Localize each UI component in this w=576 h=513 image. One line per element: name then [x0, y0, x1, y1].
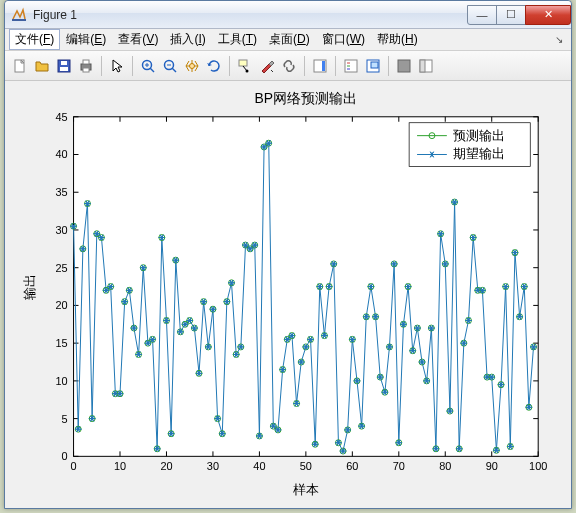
toolbar-separator	[335, 56, 336, 76]
toolbar-separator	[101, 56, 102, 76]
svg-rect-26	[371, 62, 378, 68]
legend-icon[interactable]	[340, 55, 362, 77]
x-axis-label: 样本	[293, 482, 319, 497]
svg-text:25: 25	[55, 262, 67, 274]
svg-text:100: 100	[529, 460, 547, 472]
rotate-icon[interactable]	[203, 55, 225, 77]
svg-text:90: 90	[486, 460, 498, 472]
save-icon[interactable]	[53, 55, 75, 77]
toolbar-separator	[229, 56, 230, 76]
svg-rect-27	[398, 60, 410, 72]
menu-v[interactable]: 查看(V)	[112, 29, 164, 50]
datatip-icon[interactable]	[234, 55, 256, 77]
menubar: 文件(F)编辑(E)查看(V)插入(I)工具(T)桌面(D)窗口(W)帮助(H)…	[5, 29, 571, 51]
svg-text:5: 5	[62, 413, 68, 425]
svg-text:20: 20	[160, 460, 172, 472]
svg-text:80: 80	[439, 460, 451, 472]
matlab-icon	[11, 7, 27, 23]
svg-text:20: 20	[55, 299, 67, 311]
svg-point-15	[190, 63, 195, 68]
titlebar[interactable]: Figure 1 — ☐ ✕	[5, 1, 571, 29]
svg-text:30: 30	[207, 460, 219, 472]
svg-text:45: 45	[55, 111, 67, 123]
menu-f[interactable]: 文件(F)	[9, 29, 60, 50]
colorbar-icon[interactable]	[309, 55, 331, 77]
svg-rect-4	[61, 61, 67, 65]
svg-rect-6	[83, 60, 89, 64]
svg-text:30: 30	[55, 224, 67, 236]
pan-icon[interactable]	[181, 55, 203, 77]
legend-label-0: 预测输出	[453, 128, 505, 143]
svg-line-13	[172, 68, 176, 72]
svg-rect-21	[345, 60, 357, 72]
svg-point-18	[246, 69, 249, 72]
menu-w[interactable]: 窗口(W)	[316, 29, 371, 50]
plot-area[interactable]: 0102030405060708090100051015202530354045…	[11, 87, 565, 502]
menu-i[interactable]: 插入(I)	[164, 29, 211, 50]
svg-text:60: 60	[346, 460, 358, 472]
svg-text:35: 35	[55, 186, 67, 198]
svg-rect-20	[322, 61, 325, 71]
toolbar-separator	[132, 56, 133, 76]
hide-icon[interactable]	[393, 55, 415, 77]
svg-line-9	[150, 68, 154, 72]
svg-text:40: 40	[253, 460, 265, 472]
toolbar-separator	[388, 56, 389, 76]
svg-rect-16	[239, 60, 247, 66]
svg-rect-7	[83, 68, 89, 72]
menu-e[interactable]: 编辑(E)	[60, 29, 112, 50]
svg-text:0: 0	[71, 460, 77, 472]
y-axis-label: 输出	[22, 274, 37, 300]
svg-rect-3	[60, 67, 68, 71]
figure-window: Figure 1 — ☐ ✕ 文件(F)编辑(E)查看(V)插入(I)工具(T)…	[4, 0, 572, 509]
axes-box	[74, 117, 539, 457]
show-icon[interactable]	[415, 55, 437, 77]
close-button[interactable]: ✕	[525, 5, 571, 25]
open-icon[interactable]	[31, 55, 53, 77]
zoom-out-icon[interactable]	[159, 55, 181, 77]
menu-docking-icon[interactable]: ↘	[551, 34, 567, 45]
svg-text:70: 70	[393, 460, 405, 472]
svg-rect-29	[420, 60, 425, 72]
window-buttons: — ☐ ✕	[468, 5, 571, 25]
menu-d[interactable]: 桌面(D)	[263, 29, 316, 50]
svg-text:10: 10	[55, 375, 67, 387]
toolbar	[5, 51, 571, 81]
brush-icon[interactable]	[256, 55, 278, 77]
link-icon[interactable]	[278, 55, 300, 77]
new-icon[interactable]	[9, 55, 31, 77]
chart-svg: 0102030405060708090100051015202530354045…	[11, 87, 565, 502]
legend-label-1: 期望输出	[453, 146, 505, 161]
window-title: Figure 1	[33, 8, 468, 22]
svg-text:0: 0	[62, 450, 68, 462]
svg-text:40: 40	[55, 148, 67, 160]
svg-rect-0	[12, 19, 26, 21]
svg-text:10: 10	[114, 460, 126, 472]
print-icon[interactable]	[75, 55, 97, 77]
zoom-in-icon[interactable]	[137, 55, 159, 77]
svg-text:50: 50	[300, 460, 312, 472]
toolbar-separator	[304, 56, 305, 76]
menu-h[interactable]: 帮助(H)	[371, 29, 424, 50]
svg-text:15: 15	[55, 337, 67, 349]
chart-title: BP网络预测输出	[255, 90, 358, 106]
pointer-icon[interactable]	[106, 55, 128, 77]
maximize-button[interactable]: ☐	[496, 5, 526, 25]
menu-t[interactable]: 工具(T)	[212, 29, 263, 50]
insert-axes-icon[interactable]	[362, 55, 384, 77]
minimize-button[interactable]: —	[467, 5, 497, 25]
